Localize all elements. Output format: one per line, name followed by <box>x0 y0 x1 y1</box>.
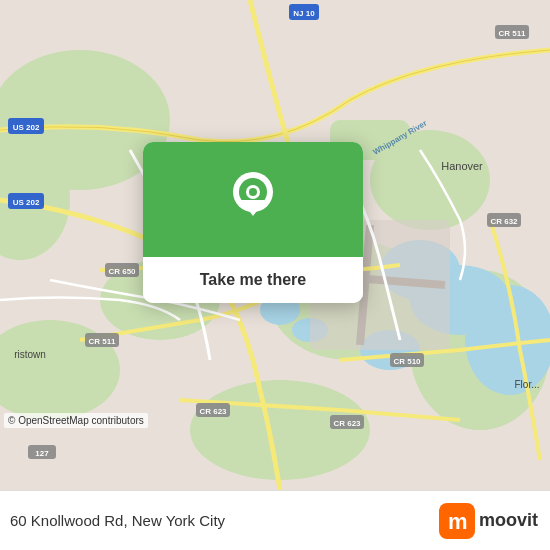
moovit-logo-icon: m <box>439 503 475 539</box>
osm-attribution: © OpenStreetMap contributors <box>4 413 148 428</box>
address-label: 60 Knollwood Rd, New York City <box>10 512 225 529</box>
svg-text:Flor...: Flor... <box>514 379 539 390</box>
svg-text:CR 623: CR 623 <box>333 419 361 428</box>
svg-text:ristown: ristown <box>14 349 46 360</box>
svg-text:CR 623: CR 623 <box>199 407 227 416</box>
svg-text:CR 510: CR 510 <box>393 357 421 366</box>
svg-text:NJ 10: NJ 10 <box>293 9 315 18</box>
svg-text:Hanover: Hanover <box>441 160 483 172</box>
svg-text:m: m <box>448 509 468 534</box>
svg-text:127: 127 <box>35 449 49 458</box>
bottom-bar: 60 Knollwood Rd, New York City m moovit <box>0 490 550 550</box>
svg-text:CR 632: CR 632 <box>490 217 518 226</box>
svg-text:US 202: US 202 <box>13 123 40 132</box>
card-map-preview <box>143 142 363 257</box>
location-pin-icon <box>231 172 275 228</box>
svg-text:CR 650: CR 650 <box>108 267 136 276</box>
svg-text:CR 511: CR 511 <box>88 337 116 346</box>
map-container: US 202 US 202 NJ 10 CR 511 CR 650 CR 650… <box>0 0 550 490</box>
svg-point-8 <box>190 380 370 480</box>
take-me-there-button[interactable]: Take me there <box>143 257 363 303</box>
location-card: Take me there <box>143 142 363 303</box>
svg-text:CR 511: CR 511 <box>498 29 526 38</box>
svg-text:US 202: US 202 <box>13 198 40 207</box>
moovit-text: moovit <box>479 510 538 531</box>
svg-point-50 <box>249 188 257 196</box>
moovit-logo: m moovit <box>439 503 538 539</box>
moovit-m-icon: m <box>444 508 470 534</box>
